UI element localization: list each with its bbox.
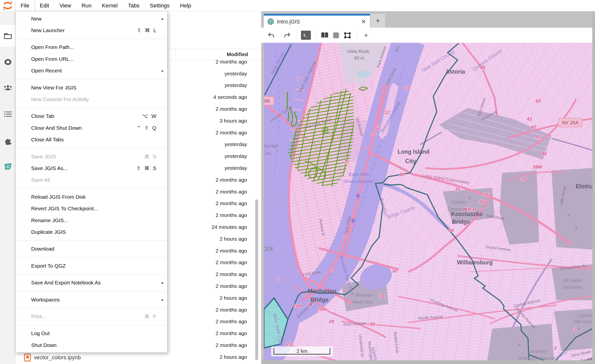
menu-item-new-launcher[interactable]: New Launcher⇧ ⌘ L <box>16 24 167 36</box>
route-shield: 30 <box>369 321 375 327</box>
menu-item-new-view-for-jgis[interactable]: New View For JGIS <box>16 82 167 93</box>
route-shield: 34 <box>448 228 454 233</box>
sidebar-tab-jgis-globe-icon[interactable] <box>0 156 16 177</box>
menubar-item-help[interactable]: Help <box>175 0 196 11</box>
polygon-select-icon[interactable] <box>342 30 353 41</box>
menu-item-save-and-export-notebook-as[interactable]: Save And Export Notebook As▸ <box>16 277 167 288</box>
menu-item-shortcut: ⇧ ⌘ L <box>137 27 157 33</box>
menu-item-print[interactable]: Print...⌘ P <box>16 311 167 322</box>
tab-close-icon[interactable]: ✕ <box>361 18 366 25</box>
file-list-scrollbar[interactable] <box>255 199 258 360</box>
toolbar-separator <box>315 30 316 41</box>
map-label: Cemetery <box>448 207 467 212</box>
menu-item-reload-jgis-from-disk[interactable]: Reload JGIS From Disk <box>16 191 167 203</box>
jupyter-logo-icon[interactable] <box>0 0 15 11</box>
map-label: Line <box>264 151 271 155</box>
menu-item-workspaces[interactable]: Workspaces▸ <box>16 294 167 305</box>
menu-item-shortcut: ⌃ ⇧ Q <box>137 125 157 131</box>
map-label: Brooklyn <box>355 293 373 298</box>
redo-icon[interactable] <box>281 30 293 41</box>
book-icon[interactable] <box>319 30 330 41</box>
tab-intro-jgis[interactable]: Intro.jGIS ✕ <box>264 14 370 28</box>
menu-item-label: Close Tab <box>31 113 142 119</box>
menu-item-open-recent[interactable]: Open Recent▸ <box>16 65 167 77</box>
grid-icon[interactable] <box>330 30 342 41</box>
add-icon[interactable]: + <box>360 31 372 40</box>
menu-item-shut-down[interactable]: Shut Down <box>16 339 167 351</box>
menu-item-save-jgis[interactable]: Save JGIS⌘ S <box>16 151 167 162</box>
route-shield: 29 <box>328 319 334 324</box>
menu-item-new-console-for-activity[interactable]: New Console For Activity <box>16 93 167 105</box>
map-canvas[interactable]: NY 25A495 434142414039W39451312111013153… <box>264 43 592 360</box>
map-label: Elmhurst <box>576 183 592 190</box>
map-label: All Faiths <box>563 278 581 283</box>
menu-item-close-tab[interactable]: Close Tab⌥ W <box>16 110 167 122</box>
menu-item-log-out[interactable]: Log Out <box>16 328 167 339</box>
menu-item-label: Save JGIS As... <box>31 165 137 171</box>
menu-item-close-and-shut-down[interactable]: Close And Shut Down⌃ ⇧ Q <box>16 122 167 134</box>
menubar-item-tabs[interactable]: Tabs <box>123 0 145 11</box>
map-label: East 34th <box>349 172 368 177</box>
menubar-item-settings[interactable]: Settings <box>145 0 175 11</box>
map-label: Cypress <box>577 313 592 318</box>
console-icon[interactable]: $_ <box>301 31 311 40</box>
menubar-item-run[interactable]: Run <box>76 0 97 11</box>
undo-icon[interactable] <box>266 30 277 41</box>
menu-separator <box>16 188 167 189</box>
toolbar-separator <box>296 30 297 41</box>
menu-item-shortcut: ⇧ ⌘ S <box>137 165 157 171</box>
window-edge <box>592 11 595 364</box>
menu-item-label: Close And Shut Down <box>31 125 137 131</box>
submenu-arrow-icon: ▸ <box>161 297 164 302</box>
route-shield: 40 <box>541 151 547 156</box>
menu-item-label: Duplicate JGIS <box>31 229 157 235</box>
route-shield: 11 <box>376 125 381 130</box>
route-shield: 13 <box>399 172 405 177</box>
menu-item-save-jgis-as[interactable]: Save JGIS As...⇧ ⌘ S <box>16 162 167 174</box>
menu-item-new[interactable]: New▸ <box>16 13 167 24</box>
menu-item-close-all-tabs[interactable]: Close All Tabs <box>16 134 167 146</box>
menu-item-label: Reload JGIS From Disk <box>31 194 157 200</box>
map-label: Cemetery <box>527 349 547 354</box>
map-label: Cemetery <box>563 285 583 290</box>
menubar-item-edit[interactable]: Edit <box>34 0 54 11</box>
sidebar-tab-running-kernels-icon[interactable] <box>0 51 16 73</box>
menubar-item-view[interactable]: View <box>54 0 76 11</box>
file-name: vector_colors.ipynb <box>34 354 81 361</box>
menu-item-save-all[interactable]: Save All <box>16 174 167 186</box>
route-shield: 2 <box>554 345 557 351</box>
map-toolbar: $_ + <box>261 28 592 43</box>
route-shield: 2 <box>276 277 279 282</box>
sidebar-tab-folder-icon[interactable] <box>0 25 16 47</box>
menu-item-label: Save JGIS <box>31 154 144 160</box>
menubar-item-kernel[interactable]: Kernel <box>97 0 123 11</box>
menu-separator <box>16 325 167 325</box>
sidebar-tab-table-of-contents-icon[interactable] <box>0 103 16 125</box>
menu-separator <box>16 39 167 39</box>
menu-item-rename-jgis[interactable]: Rename JGIS... <box>16 214 167 226</box>
sidebar-tab-extensions-puzzle-icon[interactable] <box>0 130 16 152</box>
menu-item-duplicate-jgis[interactable]: Duplicate JGIS <box>16 226 167 238</box>
menu-item-label: Save And Export Notebook As <box>31 280 157 286</box>
menu-item-open-from-url[interactable]: Open From URL... <box>16 53 167 65</box>
submenu-arrow-icon: ▸ <box>161 16 164 21</box>
jgis-tab-globe-icon <box>267 18 274 25</box>
menu-item-open-from-path[interactable]: Open From Path... <box>16 42 167 53</box>
route-shield: 13 <box>404 85 409 90</box>
menu-separator <box>16 240 167 241</box>
menu-item-label: Open Recent <box>31 68 157 74</box>
menu-item-export-to-qgz[interactable]: Export To QGZ <box>16 260 167 272</box>
file-row-vector-colors[interactable]: vector_colors.ipynb <box>16 352 261 364</box>
menu-item-revert-jgis-to-checkpoint[interactable]: Revert JGIS To Checkpoint... <box>16 203 167 214</box>
route-shield: 27 <box>286 341 292 346</box>
submenu-arrow-icon: ▸ <box>161 68 164 73</box>
menubar-item-file[interactable]: File <box>15 0 34 11</box>
route-shield: 32 <box>392 268 397 273</box>
sidebar-tab-collaboration-users-icon[interactable] <box>0 77 16 99</box>
route-shield: 41 <box>526 116 532 122</box>
menu-item-download[interactable]: Download <box>16 243 167 255</box>
map-viewport[interactable]: NY 25A495 434142414039W39451312111013153… <box>264 43 592 360</box>
menu-item-label: Log Out <box>31 330 157 336</box>
notebook-icon <box>24 354 31 362</box>
new-tab-button[interactable]: + <box>371 14 385 28</box>
